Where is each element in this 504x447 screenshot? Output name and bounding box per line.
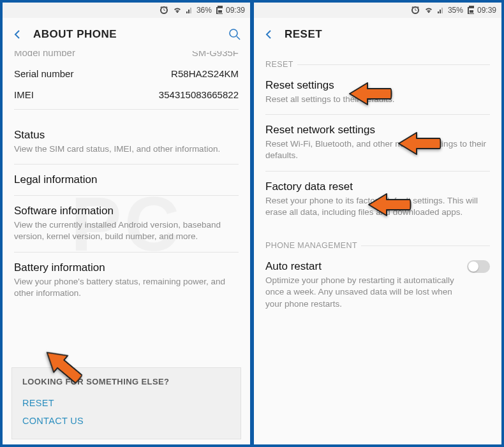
menu-item-legal[interactable]: Legal information bbox=[14, 165, 239, 196]
kv-label: Model number bbox=[14, 51, 75, 58]
about-phone-panel: PC 36% 09:39 ABOUT PHONE Model numberSM-… bbox=[3, 3, 250, 444]
footer-card: LOOKING FOR SOMETHING ELSE? RESET CONTAC… bbox=[11, 367, 241, 439]
menu-item-factory-reset[interactable]: Factory data reset Reset your phone to i… bbox=[265, 172, 490, 227]
alarm-icon bbox=[410, 5, 420, 15]
svg-point-1 bbox=[230, 29, 237, 37]
clock: 09:39 bbox=[226, 6, 245, 15]
wifi-icon bbox=[424, 5, 434, 15]
content: Model numberSM-G935F Serial numberR58HA2… bbox=[3, 51, 250, 444]
signal-icon bbox=[437, 6, 445, 15]
kv-value: 354315083665822 bbox=[159, 89, 239, 100]
footer-head: LOOKING FOR SOMETHING ELSE? bbox=[22, 377, 230, 386]
battery-pct: 35% bbox=[448, 6, 463, 15]
contact-us-link[interactable]: CONTACT US bbox=[22, 412, 230, 430]
page-title: ABOUT PHONE bbox=[33, 28, 117, 41]
reset-link[interactable]: RESET bbox=[22, 394, 230, 412]
section-phone-mgmt: PHONE MANAGEMENT bbox=[265, 241, 490, 250]
chevron-left-icon bbox=[13, 29, 23, 40]
kv-label: Serial number bbox=[14, 68, 73, 79]
menu-item-auto-restart[interactable]: Auto restart Optimize your phone by rest… bbox=[265, 251, 490, 319]
content: RESET Reset settings Reset all settings … bbox=[254, 51, 501, 444]
status-bar: 36% 09:39 bbox=[3, 3, 250, 18]
search-button[interactable] bbox=[226, 26, 244, 43]
auto-restart-toggle[interactable] bbox=[467, 260, 490, 273]
kv-label: IMEI bbox=[14, 89, 34, 100]
back-button[interactable] bbox=[260, 26, 278, 43]
menu-item-battery[interactable]: Battery information View your phone's ba… bbox=[14, 253, 239, 308]
menu-item-reset-network[interactable]: Reset network settings Reset Wi-Fi, Blue… bbox=[265, 115, 490, 171]
battery-pct: 36% bbox=[196, 6, 212, 15]
menu-item-reset-settings[interactable]: Reset settings Reset all settings to the… bbox=[265, 70, 490, 115]
status-bar: 35% 09:39 bbox=[254, 3, 501, 18]
search-icon bbox=[228, 28, 241, 41]
header: ABOUT PHONE bbox=[3, 18, 250, 51]
menu-item-software[interactable]: Software information View the currently … bbox=[14, 196, 239, 252]
chevron-left-icon bbox=[264, 29, 274, 40]
header: RESET bbox=[254, 18, 501, 51]
battery-icon bbox=[466, 5, 474, 15]
clock: 09:39 bbox=[477, 6, 496, 15]
reset-panel: 35% 09:39 RESET RESET Reset settings Res… bbox=[254, 3, 501, 444]
svg-line-2 bbox=[237, 36, 240, 40]
wifi-icon bbox=[172, 5, 182, 15]
alarm-icon bbox=[159, 5, 169, 15]
kv-value: R58HA2S24KM bbox=[171, 68, 239, 79]
battery-icon bbox=[215, 5, 223, 15]
back-button[interactable] bbox=[9, 26, 27, 43]
menu-item-status[interactable]: Status View the SIM card status, IMEI, a… bbox=[14, 120, 239, 165]
signal-icon bbox=[186, 6, 193, 15]
kv-value: SM-G935F bbox=[192, 51, 239, 58]
section-reset: RESET bbox=[265, 60, 490, 69]
page-title: RESET bbox=[285, 28, 322, 41]
